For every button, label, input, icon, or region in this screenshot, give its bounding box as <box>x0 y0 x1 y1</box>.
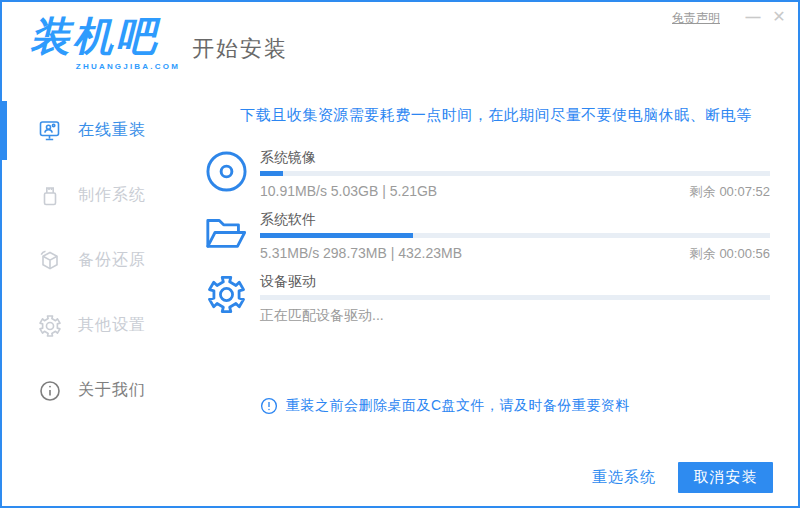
main-content: 下载且收集资源需要耗费一点时间，在此期间尽量不要使电脑休眠、断电等 系统镜像 <box>192 92 798 506</box>
progress-fill <box>260 233 413 238</box>
sidebar: 在线重装 制作系统 <box>2 92 192 506</box>
app-logo: 装机吧 ZHUANGJIBA.COM <box>30 12 180 71</box>
footer-actions: 重选系统 取消安装 <box>586 462 773 493</box>
sidebar-item-label: 制作系统 <box>78 185 146 206</box>
app-window: 装机吧 ZHUANGJIBA.COM 开始安装 免责声明 — ✕ <box>0 0 800 508</box>
progress-bar <box>260 295 770 300</box>
sidebar-item-backup-restore[interactable]: 备份还原 <box>2 228 192 293</box>
sidebar-item-label: 在线重装 <box>78 120 146 141</box>
task-detail: 10.91MB/s 5.03GB | 5.21GB <box>260 181 437 201</box>
task-list: 系统镜像 10.91MB/s 5.03GB | 5.21GB 剩余 00:07:… <box>192 147 770 333</box>
task-label: 设备驱动 <box>260 271 770 291</box>
backup-note-text: 重装之前会删除桌面及C盘文件，请及时备份重要资料 <box>286 397 630 415</box>
active-indicator <box>2 101 7 160</box>
info-icon <box>38 379 62 403</box>
minimize-icon[interactable]: — <box>742 6 764 28</box>
task-row-system-image: 系统镜像 10.91MB/s 5.03GB | 5.21GB 剩余 00:07:… <box>192 147 770 201</box>
download-warning-text: 下载且收集资源需要耗费一点时间，在此期间尽量不要使电脑休眠、断电等 <box>192 104 770 126</box>
sidebar-item-online-reinstall[interactable]: 在线重装 <box>2 98 192 163</box>
task-label: 系统镜像 <box>260 147 770 167</box>
task-remaining: 剩余 00:00:56 <box>690 245 770 263</box>
progress-bar <box>260 233 770 238</box>
reselect-system-button[interactable]: 重选系统 <box>586 467 662 488</box>
page-title: 开始安装 <box>192 34 288 64</box>
monitor-person-icon <box>38 119 62 143</box>
sidebar-item-about-us[interactable]: 关于我们 <box>2 358 192 423</box>
gear-icon <box>192 271 260 325</box>
sidebar-item-label: 其他设置 <box>78 315 146 336</box>
disc-icon <box>192 147 260 201</box>
task-remaining: 剩余 00:07:52 <box>690 183 770 201</box>
task-row-device-driver: 设备驱动 正在匹配设备驱动... <box>192 271 770 325</box>
task-row-system-software: 系统软件 5.31MB/s 298.73MB | 432.23MB 剩余 00:… <box>192 209 770 263</box>
task-detail: 正在匹配设备驱动... <box>260 305 384 325</box>
task-detail: 5.31MB/s 298.73MB | 432.23MB <box>260 243 462 263</box>
progress-fill <box>260 171 283 176</box>
body: 在线重装 制作系统 <box>2 92 798 506</box>
folder-icon <box>192 209 260 263</box>
sidebar-item-label: 备份还原 <box>78 250 146 271</box>
sidebar-item-other-settings[interactable]: 其他设置 <box>2 293 192 358</box>
gear-icon <box>38 314 62 338</box>
close-icon[interactable]: ✕ <box>768 6 790 28</box>
task-label: 系统软件 <box>260 209 770 229</box>
cancel-install-button[interactable]: 取消安装 <box>678 462 773 493</box>
logo-text: 装机吧 <box>30 12 180 60</box>
progress-bar <box>260 171 770 176</box>
header: 装机吧 ZHUANGJIBA.COM 开始安装 免责声明 — ✕ <box>2 2 798 92</box>
disclaimer-link[interactable]: 免责声明 <box>672 10 720 27</box>
backup-box-icon <box>38 249 62 273</box>
sidebar-item-make-system[interactable]: 制作系统 <box>2 163 192 228</box>
usb-drive-icon <box>38 184 62 208</box>
sidebar-item-label: 关于我们 <box>78 380 146 401</box>
logo-domain: ZHUANGJIBA.COM <box>30 62 180 71</box>
backup-note: 重装之前会删除桌面及C盘文件，请及时备份重要资料 <box>260 397 770 415</box>
alert-circle-icon <box>260 397 278 415</box>
